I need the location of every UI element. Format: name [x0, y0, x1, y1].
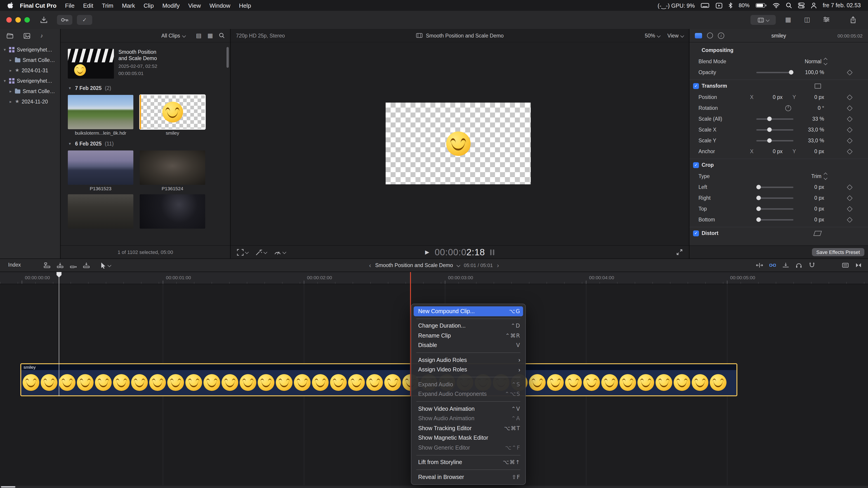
scale-y-slider[interactable] — [756, 140, 794, 141]
keyframe-button[interactable] — [847, 116, 852, 122]
disclosure-closed-icon[interactable]: ▸ — [8, 58, 13, 62]
back-project-icon[interactable]: ‹ — [369, 262, 371, 269]
value-field[interactable]: 0 px — [796, 206, 824, 212]
spotlight-icon[interactable] — [786, 2, 792, 8]
connect-edit-icon[interactable] — [43, 262, 51, 268]
distort-checkbox[interactable]: ✓ — [693, 230, 699, 236]
menu-item-rename-clip[interactable]: Rename Clip⌃⌘R — [414, 331, 523, 340]
control-center-icon[interactable] — [798, 2, 805, 8]
overwrite-edit-icon[interactable] — [83, 262, 90, 268]
menu-item-assign-video-roles[interactable]: Assign Video Roles› — [414, 365, 523, 375]
clip-thumbnail[interactable] — [68, 151, 133, 185]
solo-icon[interactable] — [795, 262, 802, 268]
import-media-button[interactable] — [40, 16, 48, 24]
group-header[interactable]: ▾7 Feb 2025(2) — [68, 84, 226, 92]
clip-tile[interactable] — [140, 194, 205, 236]
retime-tool-popup[interactable] — [274, 250, 286, 255]
value-field[interactable]: 0 px — [796, 184, 824, 190]
left-slider[interactable] — [756, 186, 794, 188]
forward-project-icon[interactable]: › — [497, 262, 499, 269]
keyframe-button[interactable] — [847, 149, 852, 154]
view-popup[interactable]: View — [668, 33, 684, 38]
y-value-field[interactable]: 0 px — [799, 94, 824, 100]
type-popup[interactable]: Trim — [780, 173, 827, 180]
minimize-window-button[interactable] — [16, 17, 21, 23]
opacity-slider[interactable] — [756, 72, 794, 73]
info-inspector-tab-icon[interactable]: i — [718, 32, 724, 39]
disclosure-open-icon[interactable]: ▾ — [68, 86, 72, 90]
scale-x-slider[interactable] — [756, 129, 794, 130]
transform-checkbox[interactable]: ✓ — [693, 83, 699, 89]
list-view-icon[interactable]: ▤ — [196, 32, 202, 39]
append-edit-icon[interactable] — [70, 262, 77, 268]
crop-checkbox[interactable]: ✓ — [693, 162, 699, 168]
keyframe-button[interactable] — [847, 105, 852, 111]
bluetooth-icon[interactable] — [728, 2, 733, 8]
slider-thumb[interactable] — [767, 127, 772, 132]
menu-edit[interactable]: Edit — [83, 2, 93, 9]
organizer-toggle-icon[interactable]: ▦ — [785, 16, 791, 23]
menu-view[interactable]: View — [188, 2, 201, 9]
device-icon[interactable] — [701, 3, 710, 8]
scale-all-slider[interactable] — [756, 118, 794, 120]
snapping-icon[interactable] — [808, 262, 815, 268]
disclosure-closed-icon[interactable]: ▸ — [8, 89, 13, 93]
menu-app-name[interactable]: Final Cut Pro — [20, 2, 57, 9]
insert-edit-icon[interactable] — [57, 262, 64, 268]
zoom-window-button[interactable] — [24, 17, 30, 23]
y-value-field[interactable]: 0 px — [799, 149, 824, 154]
menu-item-change-duration[interactable]: Change Duration...⌃D — [414, 321, 523, 331]
slider-thumb[interactable] — [756, 185, 761, 189]
clip-filter-popup[interactable]: All Clips — [161, 33, 186, 38]
menu-window[interactable]: Window — [210, 2, 230, 9]
disclosure-closed-icon[interactable]: ▸ — [8, 68, 13, 72]
value-field[interactable]: 33,0 % — [796, 127, 824, 132]
menu-modify[interactable]: Modify — [162, 2, 180, 9]
clip-thumbnail[interactable] — [140, 194, 205, 229]
slider-thumb[interactable] — [767, 117, 772, 121]
slider-thumb[interactable] — [789, 70, 794, 74]
timeline-index-icon[interactable] — [855, 262, 862, 269]
inspector-toggle-icon[interactable] — [823, 16, 830, 23]
zoom-popup[interactable]: 50% — [645, 33, 660, 38]
clip-appearance-button[interactable] — [750, 15, 776, 25]
slider-thumb[interactable] — [756, 196, 761, 200]
slider-thumb[interactable] — [767, 138, 772, 143]
wifi-icon[interactable] — [773, 3, 780, 8]
sidebar-item-sverigenyhet[interactable]: ▾Sverigenyhet… — [0, 75, 60, 86]
audio-skimming-icon[interactable] — [782, 262, 789, 268]
sidebar-item-2024-01-31[interactable]: ▸★2024-01-31 — [0, 65, 60, 75]
disclosure-open-icon[interactable]: ▾ — [68, 141, 72, 146]
index-button[interactable]: Index — [8, 262, 21, 267]
timeline-project-title[interactable]: Smooth Position and Scale Demo — [375, 263, 453, 268]
value-field[interactable]: 0 px — [796, 217, 824, 222]
smiley-clip-preview[interactable] — [446, 131, 470, 156]
clip-tile[interactable]: P1361524 — [140, 151, 205, 193]
disclosure-open-icon[interactable]: ▾ — [3, 47, 7, 52]
photos-tab-icon[interactable] — [24, 33, 30, 39]
blend-mode-popup[interactable]: Normal — [780, 58, 827, 65]
rotation-dial[interactable] — [785, 105, 791, 111]
clip-thumbnail[interactable] — [68, 95, 133, 129]
search-icon[interactable] — [219, 33, 225, 38]
keyframe-button[interactable] — [847, 94, 852, 100]
timeline-ruler[interactable]: 00:00:00:0000:00:01:0000:00:02:0000:00:0… — [0, 272, 868, 284]
disclosure-closed-icon[interactable]: ▸ — [8, 99, 13, 104]
clip-thumbnail[interactable] — [140, 151, 205, 185]
timeline-clip-smiley[interactable]: smiley — [20, 363, 737, 396]
trim-icon[interactable] — [756, 262, 763, 268]
keyframe-button[interactable] — [847, 138, 852, 143]
close-window-button[interactable] — [6, 17, 12, 23]
keyframe-button[interactable] — [847, 206, 852, 212]
gpu-status[interactable]: (-‿-) GPU: 9% — [657, 2, 695, 9]
keyframe-button[interactable] — [847, 127, 852, 132]
play-badge-icon[interactable] — [716, 2, 722, 8]
audio-tab-icon[interactable]: ♪ — [40, 33, 43, 39]
share-button[interactable] — [850, 16, 856, 24]
playhead[interactable] — [59, 272, 59, 396]
sidebar-item-2024-11-20[interactable]: ▸★2024-11-20 — [0, 96, 60, 107]
x-value-field[interactable]: 0 px — [757, 149, 782, 154]
viewer-canvas[interactable] — [385, 103, 531, 184]
menu-trim[interactable]: Trim — [102, 2, 114, 9]
battery-icon[interactable] — [755, 3, 767, 8]
